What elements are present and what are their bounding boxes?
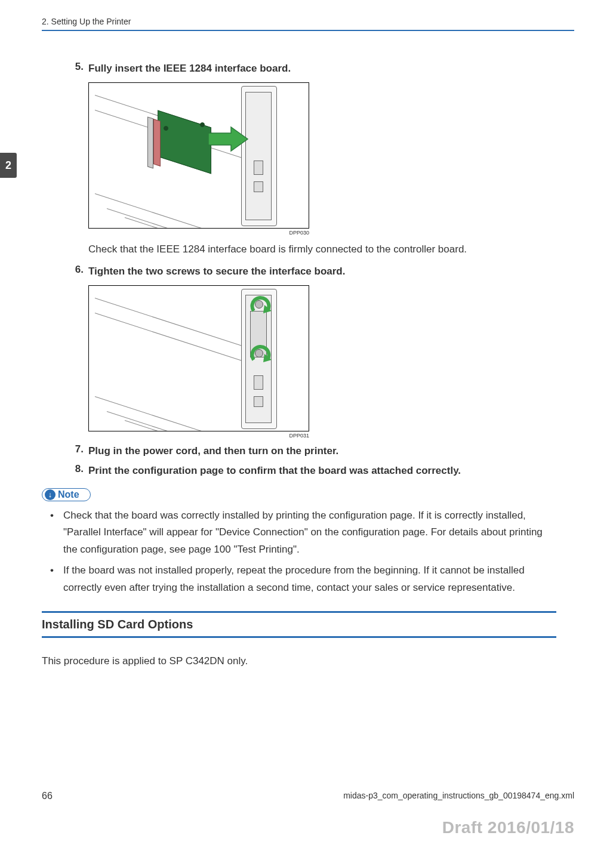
chapter-tab: 2 [0,153,17,178]
chapter-title: 2. Setting Up the Printer [42,17,131,26]
svg-marker-0 [208,127,248,151]
step-number: 6. [72,264,88,279]
figure-5-block: DPP030 [88,82,556,236]
step-5-note: Check that the IEEE 1284 interface board… [88,242,556,257]
bullet-icon: • [50,562,63,597]
insert-arrow-icon [208,125,250,155]
rotate-arrow-icon [250,294,274,316]
step-number: 7. [72,443,88,459]
step-text: Tighten the two screws to secure the int… [88,264,556,279]
note-block: ↓ Note • Check that the board was correc… [42,485,556,597]
figure-caption: DPP031 [88,431,309,439]
step-number: 5. [72,61,88,76]
section: Installing SD Card Options This procedur… [42,611,556,669]
page-footer: 66 midas-p3_com_operating_instructions_g… [42,791,574,801]
note-badge: ↓ Note [42,488,91,501]
note-label: Note [58,489,79,500]
figure-6-block: DPP031 [88,285,556,439]
section-heading: Installing SD Card Options [42,611,556,638]
step-text: Plug in the power cord, and then turn on… [88,443,556,459]
page-number: 66 [42,791,53,801]
source-file: midas-p3_com_operating_instructions_gb_0… [343,791,574,801]
figure-caption: DPP030 [88,229,309,236]
step-7: 7. Plug in the power cord, and then turn… [72,443,556,459]
step-text: Fully insert the IEEE 1284 interface boa… [88,61,556,76]
note-bullet-list: • Check that the board was correctly ins… [50,507,556,597]
figure-tighten-screws [88,285,309,431]
step-5: 5. Fully insert the IEEE 1284 interface … [72,61,556,76]
note-bullet: • If the board was not installed properl… [50,562,556,597]
rotate-arrow-icon [250,343,274,365]
chapter-number: 2 [5,159,11,172]
page-header: 2. Setting Up the Printer [42,17,574,31]
note-bullet-text: If the board was not installed properly,… [63,562,556,597]
page: 2. Setting Up the Printer 5. Fully inser… [0,0,616,668]
draft-stamp: Draft 2016/01/18 [442,818,574,837]
note-bullet: • Check that the board was correctly ins… [50,507,556,559]
step-8: 8. Print the configuration page to confi… [72,463,556,479]
content: 5. Fully insert the IEEE 1284 interface … [42,61,574,668]
note-bullet-text: Check that the board was correctly insta… [63,507,556,559]
bullet-icon: • [50,507,63,559]
step-6: 6. Tighten the two screws to secure the … [72,264,556,279]
step-number: 8. [72,463,88,479]
step-text: Print the configuration page to confirm … [88,463,556,479]
note-down-arrow-icon: ↓ [45,489,56,500]
section-body: This procedure is applied to SP C342DN o… [42,653,556,669]
figure-insert-board [88,82,309,229]
